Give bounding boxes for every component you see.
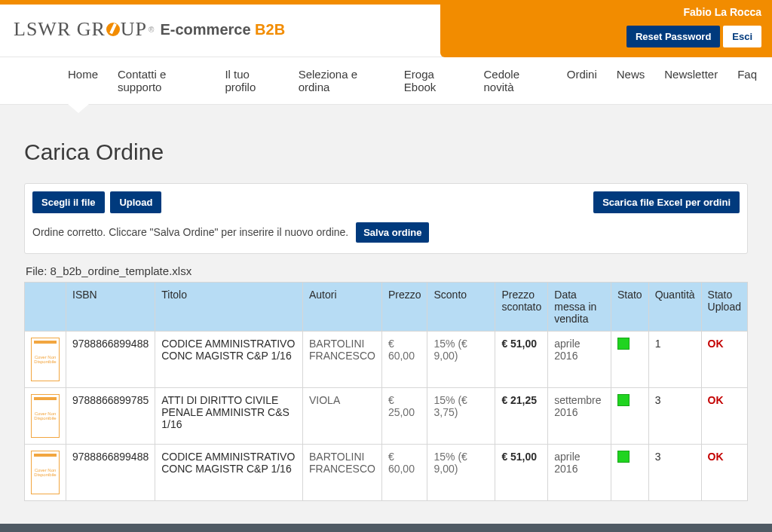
cell-price: € 60,00 bbox=[381, 332, 427, 388]
col-date: Data messa in vendita bbox=[548, 283, 611, 332]
nav-item-news[interactable]: News bbox=[617, 68, 645, 93]
cell-discount: 15% (€ 9,00) bbox=[427, 445, 495, 501]
col-author: Autori bbox=[303, 283, 382, 332]
logo-o-icon bbox=[106, 23, 120, 36]
upload-panel: Scegli il file Upload Scarica file Excel… bbox=[24, 183, 748, 254]
col-title: Titolo bbox=[155, 283, 303, 332]
cell-state bbox=[611, 445, 648, 501]
nav-item-cedole-novit-[interactable]: Cedole novità bbox=[483, 68, 547, 93]
cell-date: aprile 2016 bbox=[548, 332, 611, 388]
cell-isbn: 9788866899785 bbox=[66, 388, 155, 445]
cell-upload-status: OK bbox=[701, 388, 747, 445]
cover-thumbnail: Cover Non Disponibile bbox=[31, 338, 60, 381]
cell-title: CODICE AMMINISTRATIVO CONC MAGISTR C&P 1… bbox=[155, 332, 303, 388]
status-ok-icon bbox=[617, 451, 630, 463]
cell-isbn: 9788866899488 bbox=[66, 332, 155, 388]
user-panel: Fabio La Rocca Reset Password Esci bbox=[440, 0, 772, 57]
registered-mark: ® bbox=[149, 26, 154, 34]
nav-item-home[interactable]: Home bbox=[68, 68, 98, 93]
cell-price: € 25,00 bbox=[381, 388, 427, 445]
nav-item-newsletter[interactable]: Newsletter bbox=[664, 68, 718, 93]
cell-qty: 3 bbox=[648, 445, 701, 501]
cell-cover: Cover Non Disponibile bbox=[25, 332, 66, 388]
brand-text-2: UP bbox=[121, 18, 147, 40]
cell-author: BARTOLINI FRANCESCO bbox=[303, 445, 382, 501]
cell-date: aprile 2016 bbox=[548, 445, 611, 501]
order-table: ISBN Titolo Autori Prezzo Sconto Prezzo … bbox=[24, 282, 748, 501]
cover-thumbnail: Cover Non Disponibile bbox=[31, 451, 60, 494]
cell-dprice: € 21,25 bbox=[495, 388, 548, 445]
nav-item-contatti-e-supporto[interactable]: Contatti e supporto bbox=[118, 68, 205, 93]
nav-notch-icon bbox=[68, 104, 89, 113]
col-qty: Quantità bbox=[648, 283, 701, 332]
logout-button[interactable]: Esci bbox=[723, 26, 761, 47]
upload-button[interactable]: Upload bbox=[110, 191, 161, 213]
cell-isbn: 9788866899488 bbox=[66, 445, 155, 501]
reset-password-button[interactable]: Reset Password bbox=[626, 26, 720, 47]
brand-sub-1: E-commerce bbox=[160, 21, 255, 38]
cover-text: Cover Non Disponibile bbox=[32, 355, 59, 364]
cell-state bbox=[611, 388, 648, 445]
nav-item-ordini[interactable]: Ordini bbox=[567, 68, 597, 93]
table-row: Cover Non Disponibile9788866899785ATTI D… bbox=[25, 388, 748, 445]
cell-qty: 3 bbox=[648, 388, 701, 445]
col-cover bbox=[25, 283, 66, 332]
cell-upload-status: OK bbox=[701, 332, 747, 388]
brand-sub-2: B2B bbox=[255, 21, 285, 38]
col-price: Prezzo bbox=[381, 283, 427, 332]
status-ok-icon bbox=[617, 394, 630, 406]
col-discount: Sconto bbox=[427, 283, 495, 332]
cell-cover: Cover Non Disponibile bbox=[25, 388, 66, 445]
brand-logo: LSWR GRUP bbox=[14, 18, 147, 41]
cell-state bbox=[611, 332, 648, 388]
cell-title: ATTI DI DIRITTO CIVILE PENALE AMMINISTR … bbox=[155, 388, 303, 445]
status-message: Ordine corretto. Cliccare "Salva Ordine"… bbox=[32, 226, 348, 238]
cell-price: € 60,00 bbox=[381, 445, 427, 501]
nav-item-eroga-ebook[interactable]: Eroga Ebook bbox=[404, 68, 464, 93]
cell-title: CODICE AMMINISTRATIVO CONC MAGISTR C&P 1… bbox=[155, 445, 303, 501]
cell-upload-status: OK bbox=[701, 445, 747, 501]
main-nav: HomeContatti e supportoIl tuo profiloSel… bbox=[0, 57, 772, 105]
table-row: Cover Non Disponibile9788866899488CODICE… bbox=[25, 332, 748, 388]
header: LSWR GRUP ® E-commerce B2B Fabio La Rocc… bbox=[0, 5, 772, 57]
cell-dprice: € 51,00 bbox=[495, 332, 548, 388]
cell-author: BARTOLINI FRANCESCO bbox=[303, 332, 382, 388]
save-order-button[interactable]: Salva ordine bbox=[356, 222, 429, 243]
brand-subtitle: E-commerce B2B bbox=[160, 21, 285, 38]
cell-author: VIOLA bbox=[303, 388, 382, 445]
footer: © 2017 - B2B LSWR Group - Tel.(+39) 02-8… bbox=[0, 524, 772, 532]
cell-dprice: € 51,00 bbox=[495, 445, 548, 501]
cover-thumbnail: Cover Non Disponibile bbox=[31, 394, 60, 438]
file-label: File: 8_b2b_ordine_template.xlsx bbox=[26, 264, 748, 277]
nav-item-il-tuo-profilo[interactable]: Il tuo profilo bbox=[225, 68, 278, 93]
col-isbn: ISBN bbox=[66, 283, 155, 332]
table-row: Cover Non Disponibile9788866899488CODICE… bbox=[25, 445, 748, 501]
download-excel-button[interactable]: Scarica file Excel per ordini bbox=[593, 191, 740, 213]
brand-text-1: LSWR GR bbox=[14, 18, 106, 40]
choose-file-button[interactable]: Scegli il file bbox=[32, 191, 105, 213]
cell-cover: Cover Non Disponibile bbox=[25, 445, 66, 501]
page-title: Carica Ordine bbox=[24, 139, 748, 165]
cell-date: settembre 2016 bbox=[548, 388, 611, 445]
cell-discount: 15% (€ 9,00) bbox=[427, 332, 495, 388]
cover-text: Cover Non Disponibile bbox=[32, 411, 59, 420]
nav-item-faq[interactable]: Faq bbox=[737, 68, 757, 93]
nav-item-seleziona-e-ordina[interactable]: Seleziona e ordina bbox=[299, 68, 384, 93]
status-message-row: Ordine corretto. Cliccare "Salva Ordine"… bbox=[32, 222, 740, 243]
col-upload: Stato Upload bbox=[701, 283, 747, 332]
cover-text: Cover Non Disponibile bbox=[32, 468, 59, 477]
user-name: Fabio La Rocca bbox=[451, 6, 761, 18]
status-ok-icon bbox=[617, 338, 630, 350]
cell-discount: 15% (€ 3,75) bbox=[427, 388, 495, 445]
col-state: Stato bbox=[611, 283, 648, 332]
col-dprice: Prezzo scontato bbox=[495, 283, 548, 332]
cell-qty: 1 bbox=[648, 332, 701, 388]
